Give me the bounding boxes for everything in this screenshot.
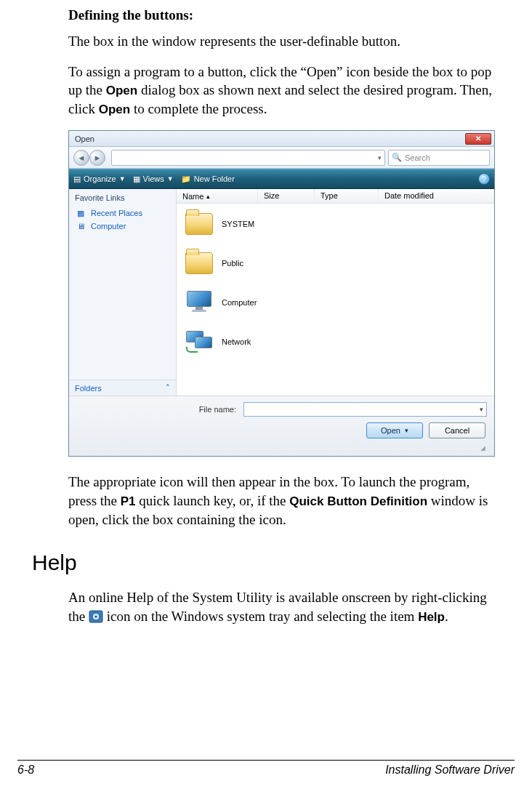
para4-text-b: icon on the Windows system tray and sele… bbox=[103, 609, 418, 624]
filename-input[interactable]: ▾ bbox=[243, 402, 487, 417]
filename-label: File name: bbox=[76, 405, 239, 414]
dialog-navbar: ◄ ► ▾ 🔍 Search bbox=[69, 147, 494, 169]
sidebar-heading: Favorite Links bbox=[69, 189, 176, 206]
sidebar-item-recent-places[interactable]: ▩ Recent Places bbox=[69, 206, 176, 220]
list-item-label: Network bbox=[222, 337, 251, 346]
paragraph-3: The appropriate icon will then appear in… bbox=[68, 473, 501, 529]
toolbar-new-folder[interactable]: 📁 New Folder bbox=[181, 175, 235, 184]
split-arrow-icon: ▾ bbox=[405, 427, 408, 434]
computer-icon bbox=[185, 291, 213, 314]
toolbar-organize-label: Organize bbox=[84, 175, 116, 183]
para3-p1-bold: P1 bbox=[121, 494, 136, 508]
help-icon: ? bbox=[482, 175, 486, 183]
dialog-toolbar: ▤ Organize ▼ ▦ Views ▼ 📁 New Folder ? bbox=[69, 169, 494, 189]
list-item-label: SYSTEM bbox=[222, 220, 254, 228]
sidebar-item-computer[interactable]: 🖥 Computer bbox=[69, 220, 176, 233]
views-icon: ▦ bbox=[133, 175, 140, 184]
para2-text-e: to complete the process. bbox=[130, 101, 267, 116]
col-header-name[interactable]: Name ▴ bbox=[177, 189, 258, 203]
dialog-title: Open bbox=[75, 135, 94, 143]
toolbar-views-label: Views bbox=[143, 175, 164, 183]
chevron-down-icon: ▾ bbox=[480, 406, 483, 413]
nav-back-forward: ◄ ► bbox=[73, 149, 108, 167]
chevron-down-icon: ▼ bbox=[119, 175, 126, 183]
refresh-icon: ▾ bbox=[378, 154, 382, 161]
nav-forward-button[interactable]: ► bbox=[89, 150, 105, 166]
folder-icon: 📁 bbox=[181, 175, 191, 184]
dialog-titlebar: Open ✕ bbox=[69, 131, 494, 147]
open-button[interactable]: Open ▾ bbox=[366, 422, 423, 438]
folder-icon bbox=[185, 252, 213, 274]
page-footer: 6-8 Installing Software Driver bbox=[17, 760, 515, 777]
para3-qbd-bold: Quick Button Definition bbox=[289, 494, 427, 508]
toolbar-newfolder-label: New Folder bbox=[194, 175, 235, 183]
col-header-type[interactable]: Type bbox=[315, 189, 379, 203]
toolbar-organize[interactable]: ▤ Organize ▼ bbox=[73, 175, 126, 184]
search-input[interactable]: 🔍 Search bbox=[388, 150, 490, 166]
chevron-up-icon: ˄ bbox=[166, 383, 170, 393]
folder-icon bbox=[185, 213, 213, 235]
open-dialog: Open ✕ ◄ ► ▾ 🔍 Search ▤ Organize ▼ bbox=[68, 130, 495, 457]
col-header-size[interactable]: Size bbox=[258, 189, 315, 203]
para4-help-bold: Help bbox=[418, 610, 445, 624]
svg-point-2 bbox=[94, 616, 97, 618]
arrow-right-icon: ► bbox=[94, 153, 102, 162]
paragraph-1: The box in the window represents the use… bbox=[68, 32, 501, 51]
open-button-label: Open bbox=[381, 426, 400, 435]
close-button[interactable]: ✕ bbox=[465, 133, 491, 145]
file-list: SYSTEM Public Computer bbox=[177, 204, 494, 396]
system-tray-utility-icon bbox=[89, 610, 103, 623]
para2-open-bold-2: Open bbox=[99, 103, 130, 116]
search-icon: 🔍 bbox=[392, 153, 402, 162]
list-item-computer[interactable]: Computer bbox=[184, 288, 487, 317]
heading-defining-buttons: Defining the buttons: bbox=[68, 7, 501, 23]
page-number: 6-8 bbox=[17, 763, 34, 777]
recent-places-icon: ▩ bbox=[75, 208, 86, 218]
para3-text-c: quick launch key, or, if the bbox=[136, 493, 290, 508]
cancel-button[interactable]: Cancel bbox=[429, 422, 485, 438]
sort-asc-icon: ▴ bbox=[206, 193, 210, 200]
list-item-public[interactable]: Public bbox=[184, 249, 487, 278]
sidebar-item-label: Recent Places bbox=[91, 209, 142, 217]
list-item-system[interactable]: SYSTEM bbox=[184, 209, 487, 238]
network-icon bbox=[185, 329, 214, 354]
para2-open-bold-1: Open bbox=[106, 84, 137, 97]
chevron-down-icon: ▼ bbox=[167, 175, 174, 183]
footer-section-title: Installing Software Driver bbox=[385, 763, 515, 777]
resize-grip-icon[interactable]: ◢ bbox=[76, 444, 487, 450]
address-bar[interactable]: ▾ bbox=[111, 150, 385, 166]
col-name-label: Name bbox=[182, 192, 203, 201]
heading-help: Help bbox=[32, 550, 501, 575]
paragraph-2: To assign a program to a button, click t… bbox=[68, 63, 501, 119]
list-item-network[interactable]: Network bbox=[184, 327, 487, 356]
search-placeholder: Search bbox=[405, 153, 430, 162]
arrow-left-icon: ◄ bbox=[78, 153, 86, 162]
list-item-label: Public bbox=[222, 259, 243, 268]
organize-icon: ▤ bbox=[73, 175, 81, 184]
sidebar-folders-toggle[interactable]: Folders ˄ bbox=[69, 380, 176, 396]
close-icon: ✕ bbox=[475, 135, 481, 143]
file-area: Name ▴ Size Type Date modified SYSTEM Pu… bbox=[177, 189, 494, 396]
nav-back-button[interactable]: ◄ bbox=[73, 150, 89, 166]
para4-text-d: . bbox=[445, 609, 448, 624]
list-item-label: Computer bbox=[222, 298, 257, 307]
paragraph-4: An online Help of the System Utility is … bbox=[68, 588, 501, 626]
computer-icon: 🖥 bbox=[75, 221, 86, 231]
toolbar-views[interactable]: ▦ Views ▼ bbox=[133, 175, 174, 184]
dialog-bottom-panel: File name: ▾ Open ▾ Cancel ◢ bbox=[69, 396, 494, 456]
column-headers: Name ▴ Size Type Date modified bbox=[177, 189, 494, 204]
folders-label: Folders bbox=[75, 384, 102, 393]
sidebar-item-label: Computer bbox=[91, 222, 126, 230]
col-header-date[interactable]: Date modified bbox=[379, 189, 494, 203]
help-button[interactable]: ? bbox=[478, 173, 490, 185]
dialog-sidebar: Favorite Links ▩ Recent Places 🖥 Compute… bbox=[69, 189, 177, 396]
